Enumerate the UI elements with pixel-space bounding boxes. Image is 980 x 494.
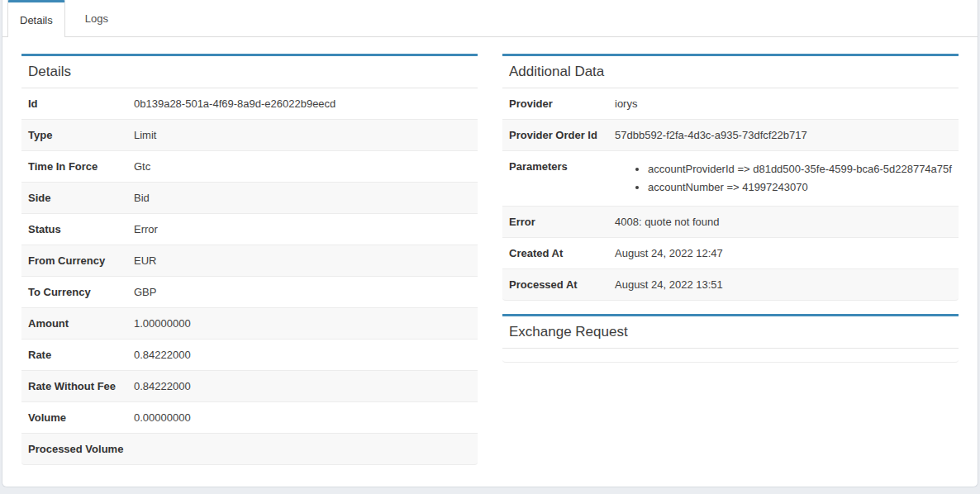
exchange-request-panel-title: Exchange Request [502, 316, 959, 349]
parameter-item: accountNumber => 41997243070 [648, 179, 952, 196]
left-column: Details Id 0b139a28-501a-4f69-8a9d-e2602… [21, 54, 478, 465]
exchange-request-empty-body [502, 349, 959, 363]
row-label: Time In Force [21, 151, 127, 182]
additional-data-table: Provider iorys Provider Order Id 57dbb59… [502, 88, 959, 301]
table-row-side: Side Bid [21, 183, 478, 214]
row-value: iorys [608, 88, 959, 119]
row-value [127, 434, 478, 450]
row-value: 1.00000000 [127, 308, 478, 339]
table-row-created-at: Created At August 24, 2022 12:47 [502, 238, 959, 269]
row-value: GBP [127, 277, 478, 307]
row-value: 0.84222000 [127, 340, 478, 370]
parameter-item: accountProviderId => d81dd500-35fe-4599-… [648, 161, 952, 178]
row-label: From Currency [21, 245, 127, 276]
right-column: Additional Data Provider iorys Provider … [502, 54, 959, 465]
additional-data-panel: Additional Data Provider iorys Provider … [502, 54, 959, 301]
table-row-from-currency: From Currency EUR [21, 245, 478, 277]
table-row-rate-without-fee: Rate Without Fee 0.84222000 [21, 371, 478, 402]
row-value: EUR [127, 245, 478, 276]
tab-details[interactable]: Details [7, 0, 65, 37]
table-row-amount: Amount 1.00000000 [21, 308, 478, 340]
table-row-time-in-force: Time In Force Gtc [21, 151, 478, 183]
table-row-error: Error 4008: quote not found [502, 207, 959, 238]
details-panel-title: Details [21, 56, 478, 88]
table-row-provider: Provider iorys [502, 88, 959, 120]
row-label: Rate Without Fee [21, 371, 127, 401]
tab-content: Details Id 0b139a28-501a-4f69-8a9d-e2602… [2, 37, 978, 465]
row-label: Created At [502, 238, 608, 268]
row-label: Volume [21, 402, 127, 433]
row-value: Bid [127, 183, 478, 213]
row-label: Parameters [502, 151, 608, 182]
row-label: Id [21, 88, 127, 119]
row-label: Provider [502, 88, 608, 119]
details-panel: Details Id 0b139a28-501a-4f69-8a9d-e2602… [21, 54, 478, 465]
row-value: 0.84222000 [127, 371, 478, 401]
row-label: Error [502, 207, 608, 237]
row-value: August 24, 2022 13:51 [608, 269, 959, 300]
table-row-status: Status Error [21, 214, 478, 245]
parameters-list: accountProviderId => d81dd500-35fe-4599-… [615, 161, 952, 196]
row-label: Processed Volume [21, 434, 127, 464]
page-card: Details Logs Details Id 0b139a28-501a-4f… [2, 0, 978, 487]
row-label: Rate [21, 340, 127, 370]
row-value: Limit [127, 120, 478, 150]
table-row-type: Type Limit [21, 120, 478, 151]
row-label: Processed At [502, 269, 608, 300]
row-value: 57dbb592-f2fa-4d3c-a935-73dfcf22b717 [608, 120, 959, 150]
table-row-processed-at: Processed At August 24, 2022 13:51 [502, 269, 959, 301]
row-label: Status [21, 214, 127, 245]
table-row-volume: Volume 0.00000000 [21, 402, 478, 434]
row-value: Gtc [127, 151, 478, 182]
table-row-to-currency: To Currency GBP [21, 277, 478, 308]
row-value: August 24, 2022 12:47 [608, 238, 959, 268]
row-label: Type [21, 120, 127, 150]
table-row-id: Id 0b139a28-501a-4f69-8a9d-e26022b9eecd [21, 88, 478, 120]
row-label: Amount [21, 308, 127, 339]
details-table: Id 0b139a28-501a-4f69-8a9d-e26022b9eecd … [21, 88, 478, 465]
row-label: To Currency [21, 277, 127, 307]
row-label: Provider Order Id [502, 120, 608, 150]
row-value: accountProviderId => d81dd500-35fe-4599-… [608, 151, 959, 206]
row-value: Error [127, 214, 478, 245]
table-row-provider-order-id: Provider Order Id 57dbb592-f2fa-4d3c-a93… [502, 120, 959, 151]
row-value: 4008: quote not found [608, 207, 959, 237]
row-value: 0b139a28-501a-4f69-8a9d-e26022b9eecd [127, 88, 478, 119]
tab-logs[interactable]: Logs [65, 0, 128, 36]
row-label: Side [21, 183, 127, 213]
exchange-request-panel: Exchange Request [502, 314, 959, 363]
table-row-parameters: Parameters accountProviderId => d81dd500… [502, 151, 959, 207]
table-row-processed-volume: Processed Volume [21, 434, 478, 465]
row-value: 0.00000000 [127, 402, 478, 433]
tab-bar: Details Logs [2, 0, 978, 37]
additional-data-panel-title: Additional Data [502, 56, 959, 88]
table-row-rate: Rate 0.84222000 [21, 340, 478, 371]
